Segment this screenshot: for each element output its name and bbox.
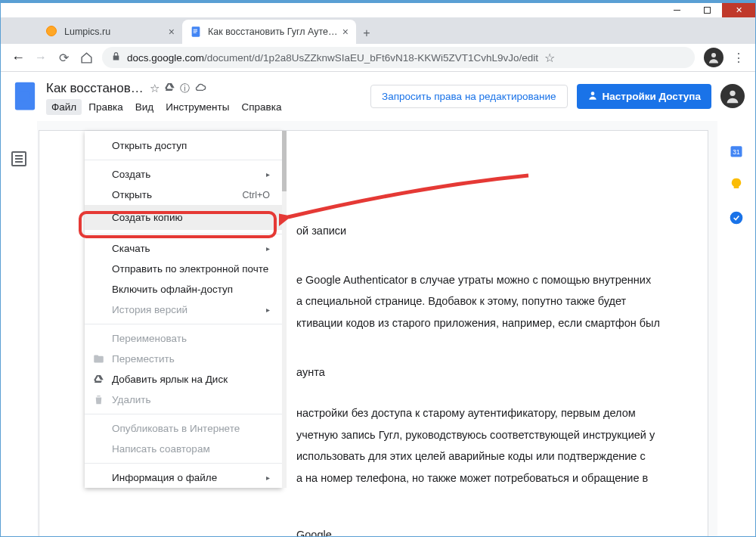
separator bbox=[85, 463, 282, 464]
window-minimize-button[interactable] bbox=[662, 3, 692, 17]
profile-avatar[interactable] bbox=[704, 48, 723, 67]
separator bbox=[85, 414, 282, 414]
window-titlebar: ✕ bbox=[1, 1, 755, 17]
window-close-button[interactable]: ✕ bbox=[722, 3, 755, 17]
close-icon[interactable]: × bbox=[342, 26, 349, 38]
docs-header: Как восстанов… ☆ ⓘ Файл Правка Вид Инстр… bbox=[1, 72, 755, 120]
request-edit-button[interactable]: Запросить права на редактирование bbox=[370, 85, 568, 108]
right-rail: 31 bbox=[717, 121, 755, 536]
menu-item-move[interactable]: Переместить bbox=[85, 349, 282, 369]
new-tab-button[interactable]: + bbox=[356, 23, 377, 44]
docs-logo-icon[interactable] bbox=[11, 78, 39, 114]
svg-rect-3 bbox=[194, 33, 197, 33]
trash-icon bbox=[92, 394, 104, 406]
bookmark-icon[interactable]: ☆ bbox=[544, 51, 555, 65]
doc-text: e Google Authenticator в случае утраты м… bbox=[296, 271, 662, 290]
outline-icon[interactable] bbox=[11, 151, 26, 166]
home-button[interactable] bbox=[75, 46, 98, 69]
svg-point-10 bbox=[730, 91, 735, 96]
menu-file[interactable]: Файл bbox=[46, 99, 82, 115]
url-host: docs.google.com bbox=[127, 52, 204, 64]
file-menu-dropdown: Открыть доступ Создать▸ ОткрытьCtrl+O Со… bbox=[85, 131, 282, 488]
cloud-icon[interactable] bbox=[194, 82, 206, 95]
menu-item-publish[interactable]: Опубликовать в Интернете bbox=[85, 418, 282, 439]
menu-item-offline[interactable]: Включить офлайн-доступ bbox=[85, 279, 282, 300]
back-button[interactable]: ← bbox=[7, 46, 29, 69]
menu-item-version-history[interactable]: История версий▸ bbox=[85, 300, 282, 320]
doc-text: использовать для этих целей аварийные ко… bbox=[296, 447, 662, 466]
svg-point-13 bbox=[730, 212, 743, 225]
keep-icon[interactable] bbox=[729, 177, 744, 192]
shortcut-label: Ctrl+O bbox=[243, 190, 270, 200]
menu-item-details[interactable]: Информация о файле▸ bbox=[85, 467, 282, 483]
share-button[interactable]: Настройки Доступа bbox=[577, 84, 711, 109]
tab-title: Lumpics.ru bbox=[64, 26, 164, 37]
menu-item-make-copy[interactable]: Создать копию bbox=[85, 205, 282, 230]
reload-button[interactable]: ⟳ bbox=[52, 46, 75, 69]
svg-point-4 bbox=[711, 53, 716, 57]
doc-text: Google bbox=[296, 526, 662, 536]
browser-toolbar: ← → ⟳ docs.google.com/document/d/1p2a8Us… bbox=[1, 44, 755, 72]
svg-rect-8 bbox=[19, 100, 26, 102]
browser-tab-lumpics[interactable]: Lumpics.ru × bbox=[39, 20, 182, 44]
forward-button[interactable]: → bbox=[29, 46, 52, 69]
drive-icon[interactable] bbox=[164, 82, 175, 95]
doc-title-area: Как восстанов… ☆ ⓘ Файл Правка Вид Инстр… bbox=[46, 81, 287, 115]
menu-item-email[interactable]: Отправить по электронной почте bbox=[85, 259, 282, 279]
doc-text: аунта bbox=[296, 363, 662, 382]
chevron-right-icon: ▸ bbox=[266, 306, 270, 314]
lock-icon bbox=[111, 51, 121, 64]
menu-item-email-collab[interactable]: Написать соавторам bbox=[85, 439, 282, 459]
tasks-icon[interactable] bbox=[729, 210, 744, 225]
svg-text:31: 31 bbox=[733, 148, 740, 156]
menu-item-rename[interactable]: Переименовать bbox=[85, 328, 282, 349]
browser-tab-docs[interactable]: Как восстановить Гугл Аутентис × bbox=[182, 20, 356, 44]
window-maximize-button[interactable] bbox=[692, 3, 722, 17]
menu-item-new[interactable]: Создать▸ bbox=[85, 164, 282, 185]
chevron-right-icon: ▸ bbox=[266, 170, 270, 178]
svg-rect-1 bbox=[194, 29, 197, 30]
info-icon[interactable]: ⓘ bbox=[180, 82, 190, 95]
separator bbox=[85, 234, 282, 234]
menu-item-download[interactable]: Скачать▸ bbox=[85, 238, 282, 259]
doc-text: ой записи bbox=[296, 222, 662, 241]
separator bbox=[85, 160, 282, 160]
docs-menubar: Файл Правка Вид Инструменты Справка bbox=[46, 99, 287, 115]
person-icon bbox=[587, 90, 598, 103]
menu-view[interactable]: Вид bbox=[130, 99, 159, 115]
svg-rect-0 bbox=[192, 26, 200, 36]
chrome-menu-button[interactable]: ⋮ bbox=[728, 51, 749, 65]
separator bbox=[85, 324, 282, 324]
menu-edit[interactable]: Правка bbox=[83, 99, 129, 115]
scrollbar-thumb[interactable] bbox=[282, 131, 287, 191]
browser-tabbar: Lumpics.ru × Как восстановить Гугл Аутен… bbox=[1, 17, 755, 44]
address-bar[interactable]: docs.google.com/document/d/1p2a8UsZZknwS… bbox=[102, 47, 695, 68]
browser-window: ✕ Lumpics.ru × Как восстановить Гугл Аут… bbox=[0, 0, 756, 537]
svg-point-9 bbox=[590, 92, 594, 95]
calendar-icon[interactable]: 31 bbox=[729, 144, 744, 159]
chevron-right-icon: ▸ bbox=[266, 244, 270, 253]
doc-text: учетную запись Гугл, руководствуюсь соот… bbox=[296, 426, 662, 445]
folder-move-icon bbox=[92, 353, 104, 365]
menu-help[interactable]: Справка bbox=[236, 99, 287, 115]
account-avatar[interactable] bbox=[720, 84, 745, 108]
share-label: Настройки Доступа bbox=[603, 91, 701, 102]
svg-rect-2 bbox=[194, 31, 197, 32]
tab-title: Как восстановить Гугл Аутентис bbox=[208, 26, 338, 37]
doc-text: ктивации кодов из старого приложения, на… bbox=[296, 314, 662, 333]
menu-item-share[interactable]: Открыть доступ bbox=[85, 135, 282, 156]
svg-rect-6 bbox=[19, 92, 29, 95]
drive-icon bbox=[92, 374, 104, 386]
menu-tools[interactable]: Инструменты bbox=[160, 99, 234, 115]
favicon-icon bbox=[46, 26, 58, 38]
close-icon[interactable]: × bbox=[169, 26, 175, 38]
doc-text: а специальной странице. Вдобавок к этому… bbox=[296, 292, 662, 311]
menu-item-delete[interactable]: Удалить bbox=[85, 390, 282, 410]
doc-text: а на номер телефона, но также может потр… bbox=[296, 469, 662, 488]
left-rail bbox=[1, 121, 37, 536]
doc-title[interactable]: Как восстанов… bbox=[46, 81, 144, 96]
menu-item-open[interactable]: ОткрытьCtrl+O bbox=[85, 185, 282, 205]
star-icon[interactable]: ☆ bbox=[150, 82, 160, 95]
svg-rect-7 bbox=[19, 96, 29, 98]
menu-item-add-shortcut[interactable]: Добавить ярлык на Диск bbox=[85, 369, 282, 390]
